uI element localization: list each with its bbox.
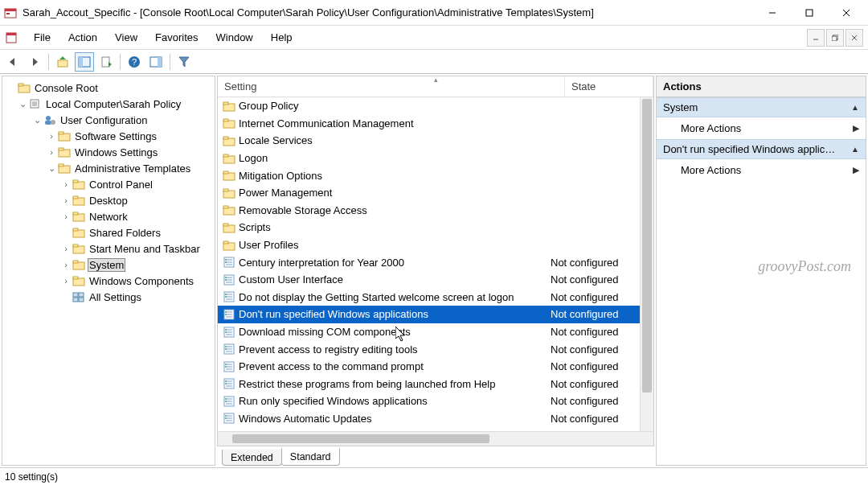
menu-window[interactable]: Window: [208, 28, 261, 47]
tree-system[interactable]: › System: [4, 257, 213, 273]
list-row[interactable]: Prevent access to registry editing tools…: [218, 340, 653, 358]
actions-more-system[interactable]: More Actions ▶: [657, 117, 866, 139]
expand-toggle[interactable]: ›: [60, 276, 72, 286]
menu-help[interactable]: Help: [263, 28, 301, 47]
list-row[interactable]: Restrict these programs from being launc…: [218, 376, 653, 393]
show-hide-tree-button[interactable]: [75, 52, 94, 72]
list-row[interactable]: Locale Services: [218, 132, 653, 150]
list-row[interactable]: Prevent access to the command promptNot …: [218, 358, 653, 376]
tree-desktop[interactable]: › Desktop: [4, 192, 213, 208]
expand-toggle[interactable]: ›: [60, 212, 72, 221]
show-hide-action-pane-button[interactable]: [146, 52, 166, 72]
folder-icon: [72, 242, 86, 255]
column-state[interactable]: State: [565, 76, 653, 97]
list-row[interactable]: Download missing COM componentsNot confi…: [218, 323, 653, 341]
up-button[interactable]: [53, 52, 72, 72]
tree-windows-components[interactable]: › Windows Components: [4, 273, 213, 289]
setting-name: Run only specified Windows applications: [237, 395, 551, 407]
expand-toggle[interactable]: ›: [46, 147, 57, 157]
list-row[interactable]: Removable Storage Access: [218, 202, 653, 220]
list-row[interactable]: Run only specified Windows applicationsN…: [218, 393, 653, 410]
help-button[interactable]: ?: [125, 52, 144, 72]
tree-all-settings[interactable]: All Settings: [4, 289, 213, 305]
setting-icon: [221, 396, 237, 407]
svg-rect-59: [79, 298, 84, 302]
expand-toggle[interactable]: ›: [46, 131, 57, 141]
svg-point-82: [225, 259, 227, 261]
forward-button[interactable]: [25, 52, 44, 72]
tree-network[interactable]: › Network: [4, 208, 213, 224]
menu-action[interactable]: Action: [60, 28, 105, 47]
list-row[interactable]: Logon: [218, 150, 653, 167]
list-row[interactable]: Internet Communication Management: [218, 115, 653, 133]
toolbar-separator: [48, 54, 49, 70]
list-row[interactable]: Custom User InterfaceNot configured: [218, 271, 653, 289]
folder-icon: [221, 204, 237, 216]
svg-marker-17: [59, 56, 66, 60]
list-row[interactable]: Windows Automatic UpdatesNot configured: [218, 410, 653, 428]
list-row[interactable]: Mitigation Options: [218, 166, 653, 184]
policy-icon: [28, 97, 43, 110]
setting-name: Mitigation Options: [237, 170, 551, 182]
mdi-restore-button[interactable]: [826, 29, 844, 47]
menu-view[interactable]: View: [107, 28, 145, 47]
svg-marker-21: [108, 62, 112, 67]
vertical-scrollbar[interactable]: [640, 97, 653, 431]
toolbar-separator: [170, 54, 170, 70]
list-row[interactable]: User Profiles: [218, 236, 653, 254]
tab-extended[interactable]: Extended: [222, 450, 282, 466]
horizontal-scrollbar[interactable]: [218, 431, 653, 446]
expand-toggle[interactable]: ›: [60, 244, 72, 253]
maximize-button[interactable]: [791, 0, 828, 26]
tree-start-menu-taskbar[interactable]: › Start Menu and Taskbar: [4, 240, 213, 257]
list-row[interactable]: Century interpretation for Year 2000Not …: [218, 253, 653, 271]
expand-toggle[interactable]: ⌄: [31, 115, 43, 125]
list-row[interactable]: Don't run specified Windows applications…: [218, 306, 653, 323]
back-button[interactable]: [3, 52, 23, 72]
tree-administrative-templates[interactable]: ⌄ Administrative Templates: [4, 160, 213, 176]
tree-control-panel[interactable]: › Control Panel: [4, 176, 213, 192]
menu-file[interactable]: File: [26, 28, 59, 47]
list-row[interactable]: Do not display the Getting Started welco…: [218, 289, 653, 306]
menu-favorites[interactable]: Favorites: [147, 28, 206, 47]
tab-standard[interactable]: Standard: [281, 448, 340, 466]
column-setting[interactable]: Setting: [218, 76, 565, 97]
svg-rect-58: [73, 298, 78, 302]
setting-name: Prevent access to the command prompt: [237, 360, 551, 372]
svg-point-125: [225, 383, 227, 384]
list-row[interactable]: Scripts: [218, 219, 653, 236]
tree-console-root[interactable]: Console Root: [4, 80, 213, 96]
list-header[interactable]: ▴ Setting State: [218, 76, 653, 97]
svg-rect-25: [158, 57, 162, 67]
tree-shared-folders[interactable]: Shared Folders: [4, 224, 213, 240]
actions-group-system[interactable]: System ▲: [657, 97, 866, 117]
details-pane: ▴ Setting State Group PolicyInternet Com…: [217, 76, 654, 466]
filter-button[interactable]: [174, 52, 194, 72]
tree-local-computer-policy[interactable]: ⌄ Local Computer\Sarah Policy: [4, 96, 213, 112]
scrollbar-thumb[interactable]: [232, 434, 489, 443]
expand-toggle[interactable]: ›: [60, 179, 72, 189]
tree-software-settings[interactable]: › Software Settings: [4, 128, 213, 144]
settings-list[interactable]: ▴ Setting State Group PolicyInternet Com…: [217, 76, 654, 446]
actions-more-setting[interactable]: More Actions ▶: [657, 159, 866, 181]
expand-toggle[interactable]: ⌄: [46, 163, 57, 174]
tree-windows-settings[interactable]: › Windows Settings: [4, 144, 213, 160]
expand-toggle[interactable]: ›: [60, 260, 72, 269]
svg-rect-47: [73, 212, 78, 215]
mdi-minimize-button[interactable]: [807, 29, 825, 47]
export-list-button[interactable]: [96, 52, 116, 72]
tree-user-configuration[interactable]: ⌄ User Configuration: [4, 112, 213, 128]
minimize-button[interactable]: [754, 0, 791, 26]
setting-state: Not configured: [551, 308, 647, 320]
mdi-close-button[interactable]: [845, 29, 863, 47]
folder-icon: [221, 101, 237, 112]
folder-icon: [72, 178, 86, 191]
expand-toggle[interactable]: ⌄: [17, 99, 28, 109]
console-tree[interactable]: Console Root ⌄ Local Computer\Sarah Poli…: [2, 76, 215, 466]
expand-toggle[interactable]: ›: [60, 195, 72, 205]
actions-group-selected-setting[interactable]: Don't run specified Windows applicat... …: [657, 139, 866, 159]
list-row[interactable]: Power Management: [218, 184, 653, 202]
scrollbar-thumb[interactable]: [642, 99, 652, 393]
list-row[interactable]: Group Policy: [218, 97, 653, 115]
close-button[interactable]: [828, 0, 865, 26]
